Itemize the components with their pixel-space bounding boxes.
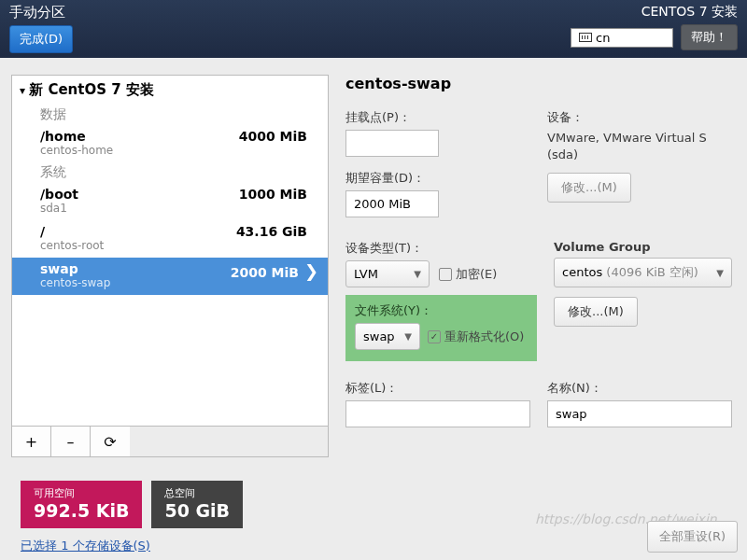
devtype-select[interactable]: LVM▼ bbox=[345, 260, 430, 287]
storage-devices-link[interactable]: 已选择 1 个存储设备(S) bbox=[21, 538, 150, 554]
capacity-label: 期望容量(D)： bbox=[345, 170, 530, 187]
name-label: 名称(N)： bbox=[547, 380, 732, 397]
capacity-input[interactable] bbox=[345, 190, 439, 217]
tag-input[interactable] bbox=[345, 400, 530, 427]
help-button[interactable]: 帮助！ bbox=[681, 24, 738, 50]
partition-home[interactable]: /homecentos-home 4000 MiB bbox=[12, 125, 328, 162]
done-button[interactable]: 完成(D) bbox=[9, 25, 73, 53]
tag-label: 标签(L)： bbox=[345, 380, 530, 397]
remove-partition-button[interactable]: – bbox=[51, 427, 91, 456]
mount-input[interactable] bbox=[345, 130, 439, 157]
devtype-label: 设备类型(T)： bbox=[345, 240, 537, 257]
language-value: cn bbox=[596, 31, 610, 45]
chevron-down-icon: ▼ bbox=[716, 268, 724, 278]
vg-modify-button[interactable]: 修改...(M) bbox=[554, 297, 638, 327]
installer-title: CENTOS 7 安装 bbox=[571, 4, 738, 21]
language-selector[interactable]: cn bbox=[571, 28, 673, 48]
device-text: VMware, VMware Virtual S (sda) bbox=[547, 130, 732, 163]
partition-detail-title: centos-swap bbox=[345, 75, 732, 92]
partition-boot[interactable]: /bootsda1 1000 MiB bbox=[12, 183, 328, 220]
device-modify-button[interactable]: 修改...(M) bbox=[547, 173, 631, 203]
available-space-box: 可用空间 992.5 KiB bbox=[21, 481, 142, 528]
chevron-right-icon: ❯ bbox=[304, 261, 318, 281]
tree-root[interactable]: 新 CentOS 7 安装 bbox=[12, 76, 328, 105]
vg-label: Volume Group bbox=[554, 240, 732, 254]
partition-root[interactable]: /centos-root 43.16 GiB bbox=[12, 220, 328, 258]
add-partition-button[interactable]: + bbox=[12, 427, 51, 456]
filesystem-label: 文件系统(Y)： bbox=[355, 302, 528, 319]
chevron-down-icon: ▼ bbox=[414, 269, 421, 279]
reload-button[interactable]: ⟳ bbox=[91, 427, 130, 456]
reformat-label: 重新格式化(O) bbox=[444, 329, 524, 345]
chevron-down-icon: ▼ bbox=[404, 331, 412, 342]
vg-select[interactable]: centos (4096 KiB 空闲) ▼ bbox=[554, 258, 732, 287]
name-input[interactable] bbox=[547, 400, 732, 427]
total-space-box: 总空间 50 GiB bbox=[151, 481, 243, 528]
keyboard-icon bbox=[579, 33, 592, 42]
section-data: 数据 bbox=[12, 105, 328, 125]
section-system: 系统 bbox=[12, 162, 328, 183]
encrypt-checkbox[interactable] bbox=[439, 268, 452, 281]
page-title: 手动分区 bbox=[9, 4, 73, 21]
reset-all-button[interactable]: 全部重设(R) bbox=[647, 521, 738, 553]
filesystem-select[interactable]: swap▼ bbox=[355, 323, 420, 350]
reformat-checkbox[interactable]: ✓ bbox=[428, 330, 441, 343]
mount-label: 挂载点(P)： bbox=[345, 109, 530, 126]
encrypt-label: 加密(E) bbox=[456, 266, 497, 283]
device-label: 设备： bbox=[547, 109, 732, 126]
partition-swap[interactable]: swapcentos-swap 2000 MiB❯ bbox=[12, 258, 328, 295]
